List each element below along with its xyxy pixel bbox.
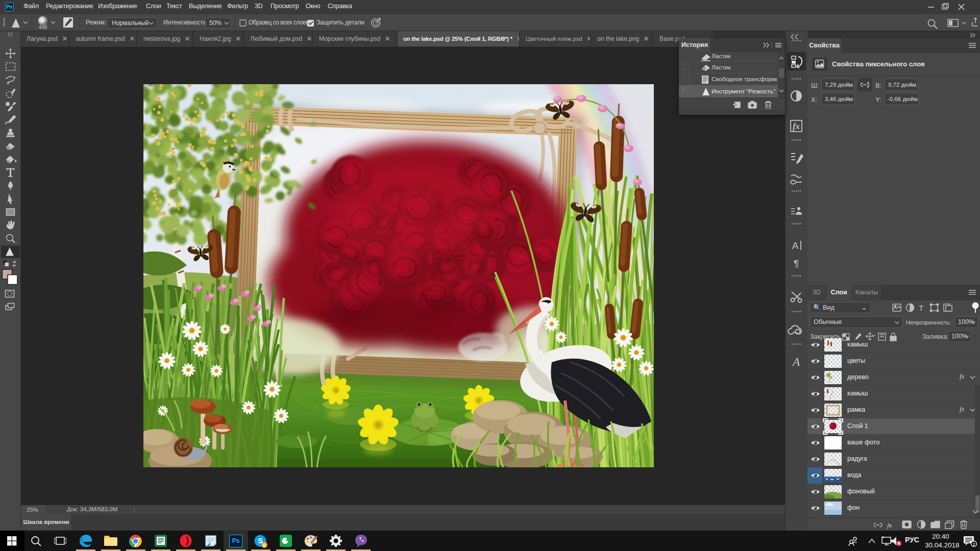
svg-text:2: 2 xyxy=(972,541,975,547)
svg-text:A: A xyxy=(792,240,799,251)
svg-text:T: T xyxy=(919,304,923,312)
svg-text:¶: ¶ xyxy=(794,258,799,269)
svg-text:fx: fx xyxy=(793,121,800,131)
svg-text:448: 448 xyxy=(39,24,47,30)
svg-text:6: 6 xyxy=(263,542,265,548)
svg-text:A: A xyxy=(792,355,800,368)
